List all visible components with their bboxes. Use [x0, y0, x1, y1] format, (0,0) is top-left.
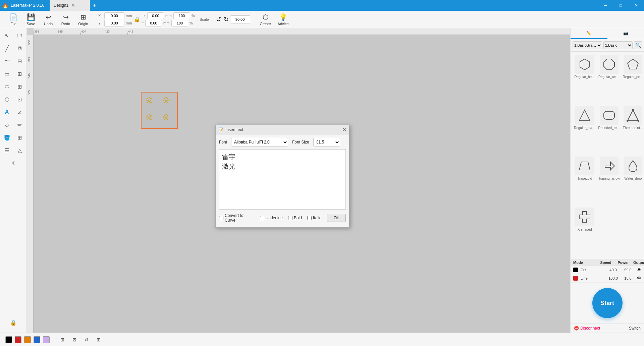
text2-tool[interactable]: ⊿ [14, 106, 26, 118]
refresh-button[interactable]: ↺ [82, 335, 91, 344]
multi-tool[interactable]: ⊡ [14, 93, 26, 105]
layer2-tool[interactable]: △ [14, 144, 26, 156]
shape-regular-hex[interactable]: Regular_he… [574, 55, 595, 103]
curve-tool[interactable]: 〜 [1, 55, 13, 67]
tab-draw[interactable]: ✏️ [571, 28, 607, 39]
color-black[interactable] [5, 336, 12, 343]
design-preview[interactable] [141, 92, 178, 129]
redo-button[interactable]: ↪ Redo [58, 12, 74, 27]
bold-option[interactable]: Bold [288, 216, 302, 220]
lock-icon[interactable]: 🔒 [134, 13, 141, 26]
layer-line-row[interactable]: Line 100.0 15.0 👁 [571, 274, 644, 283]
svg-point-47 [163, 116, 164, 118]
advice-button[interactable]: 💡 Advice [275, 12, 291, 27]
edit2-tool[interactable]: ✏ [14, 119, 26, 131]
h-pct-input[interactable] [171, 20, 188, 26]
h-input[interactable] [145, 20, 162, 26]
canvas-area[interactable]: // ruler marks will be drawn inline 365 … [27, 28, 570, 333]
close-button[interactable]: ✕ [629, 0, 644, 11]
underline-option[interactable]: Underline [260, 216, 283, 220]
group-button[interactable]: ⊠ [70, 335, 79, 344]
w-input[interactable] [147, 12, 164, 19]
grid-tool[interactable]: ⊞ [14, 68, 26, 80]
select-tool[interactable]: ↖ [1, 30, 13, 42]
italic-checkbox[interactable] [307, 216, 312, 220]
minimize-button[interactable]: ─ [598, 0, 613, 11]
text-input[interactable]: 雷宇 激光 [219, 149, 346, 210]
color-blue[interactable] [34, 336, 40, 343]
underline-checkbox[interactable] [260, 216, 264, 220]
copy-tool[interactable]: ⧉ [14, 42, 26, 54]
canvas-content[interactable]: 📝 Insert text ✕ Font Alibaba PuHuiTi 2.0… [34, 35, 570, 333]
rotate-ccw-icon[interactable]: ↺ [216, 16, 221, 23]
shape-regular-oct[interactable]: Regular_oct… [598, 55, 620, 103]
rotate-cw-icon[interactable]: ↻ [224, 16, 229, 23]
ok-button[interactable]: Ok [327, 214, 346, 222]
create-button[interactable]: ⬡ Create [257, 12, 274, 27]
tab-close-button[interactable]: ✕ [71, 3, 75, 8]
shape-regular-tri[interactable]: Regular_tria… [574, 106, 595, 154]
file-button[interactable]: 📄 File [5, 12, 21, 27]
color-orange[interactable] [24, 336, 31, 343]
y-input[interactable] [104, 20, 124, 26]
grid-button[interactable]: ⊞ [94, 335, 103, 344]
shape-x-shaped[interactable]: X-shaped [574, 208, 595, 256]
shape-rounded-re[interactable]: Rounded_re… [598, 106, 620, 154]
w-pct-input[interactable] [173, 12, 190, 19]
convert-checkbox[interactable] [219, 216, 223, 220]
new-tab-button[interactable]: + [90, 1, 99, 10]
align-tool[interactable]: ⊟ [14, 55, 26, 67]
search-button[interactable]: 🔍 [634, 41, 642, 49]
lock-screen-button[interactable]: 🔒 [7, 316, 19, 329]
layer-cut-row[interactable]: Cut 40.0 99.0 👁 [571, 266, 644, 274]
ellipse-tools: ⬭ ⊞ [1, 80, 26, 93]
scale-lock-group: Scale [200, 17, 209, 21]
cut-visibility-toggle[interactable]: 👁 [637, 267, 641, 273]
special-tool[interactable]: ✳ [7, 157, 19, 169]
dialog-close-button[interactable]: ✕ [342, 126, 346, 133]
font-size-label: Font Size [292, 140, 309, 145]
bold-checkbox[interactable] [288, 216, 292, 220]
line-visibility-toggle[interactable]: 👁 [637, 276, 641, 281]
tab-camera[interactable]: 📷 [607, 28, 644, 39]
color-red[interactable] [15, 336, 21, 343]
array-tool[interactable]: ⊞ [14, 80, 26, 93]
rotate-input[interactable] [230, 15, 250, 23]
start-button[interactable]: Start [592, 288, 623, 318]
shape-turning-arrow[interactable]: Turning_arrow [598, 157, 620, 205]
shape-water-drop[interactable]: Water_drop [623, 157, 644, 205]
rect-tool[interactable]: ▭ [1, 68, 13, 80]
ellipse-tool[interactable]: ⬭ [1, 80, 13, 93]
lock-button[interactable]: 🔒 [134, 13, 141, 26]
shape-three-point[interactable]: Three-point… [623, 106, 644, 154]
dialog-options: Convert to Curve Underline Bold Ita [219, 211, 346, 224]
design-tab[interactable]: Design1 ✕ [50, 0, 90, 11]
line-tool[interactable]: ╱ [1, 42, 13, 54]
svg-point-18 [150, 98, 152, 99]
switch-button[interactable]: Switch [629, 326, 641, 331]
fill-tool[interactable]: 🪣 [1, 131, 13, 143]
shape-regular-pe[interactable]: Regular_pe… [623, 55, 644, 103]
polygon-tool[interactable]: ⬡ [1, 93, 13, 105]
shape-trapezoid[interactable]: Trapezoid [574, 157, 595, 205]
x-input[interactable] [104, 12, 124, 19]
node-tool[interactable]: ⬚ [14, 30, 26, 42]
italic-option[interactable]: Italic [307, 216, 321, 220]
text-tool[interactable]: A [1, 106, 13, 118]
fill2-tool[interactable]: ⊞ [14, 131, 26, 143]
layer-tool[interactable]: ☰ [1, 144, 13, 156]
save-button[interactable]: 💾 Save [23, 12, 39, 27]
category-select-1[interactable]: 1.BasicGra… [573, 41, 602, 49]
tab-label: Design1 [54, 3, 68, 8]
font-size-select[interactable]: 31.5 [313, 138, 340, 147]
edit-tool[interactable]: ◇ [1, 119, 13, 131]
disconnect-button[interactable]: ⛔ Disconnect [574, 326, 600, 331]
convert-option[interactable]: Convert to Curve [219, 213, 255, 223]
arrange-button[interactable]: ⊞ [58, 335, 67, 344]
font-select[interactable]: Alibaba PuHuiTi 2.0 [231, 138, 288, 147]
category-select-2[interactable]: 1.Basic [603, 41, 633, 49]
origin-button[interactable]: ⊞ Origin [75, 12, 91, 27]
color-purple[interactable] [43, 336, 50, 343]
undo-button[interactable]: ↩ Undo [40, 12, 56, 27]
maximize-button[interactable]: □ [613, 0, 629, 11]
